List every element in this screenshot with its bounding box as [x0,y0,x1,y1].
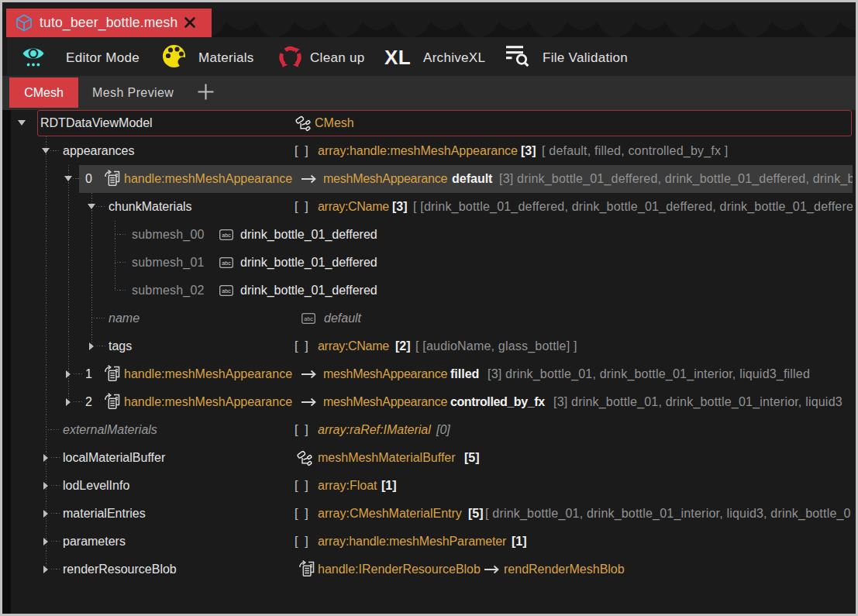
svg-text:abc: abc [304,316,313,322]
svg-text:abc: abc [222,260,231,266]
svg-text:abc: abc [222,288,231,294]
svg-text:abc: abc [222,232,231,238]
